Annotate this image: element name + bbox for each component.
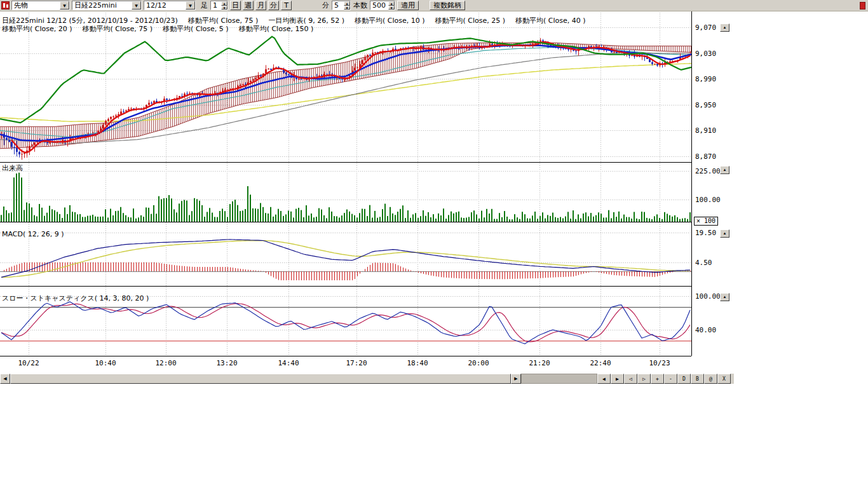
svg-text:8,910: 8,910 [695, 126, 716, 135]
minute-label: 分 [322, 1, 330, 10]
minute-value-input[interactable]: 5 ▲▼ [332, 1, 351, 10]
period-minute-button[interactable]: 分 [268, 1, 279, 10]
svg-text:4.50: 4.50 [695, 259, 712, 267]
svg-text:13:20: 13:20 [216, 359, 237, 367]
period-week-button[interactable]: 週 [243, 1, 254, 10]
bar-count-spinner[interactable]: ▲▼ [388, 1, 395, 10]
macd-scale-up-button[interactable]: ▲ [720, 229, 729, 238]
period-tick-button[interactable]: T [281, 1, 292, 10]
bar-interval-value: 1 [213, 1, 217, 10]
symbol-select[interactable]: 日経225mini ▼ [72, 1, 142, 10]
scroll-left-button[interactable]: ◀ [0, 374, 10, 384]
legend-item: 移動平均( Close, 5 ) [163, 25, 229, 33]
svg-text:12:00: 12:00 [155, 359, 176, 367]
apply-button[interactable]: 適用 [397, 1, 419, 10]
dropdown-arrow-icon[interactable]: ▼ [186, 1, 195, 10]
price-scale-up-button[interactable]: ▲ [720, 24, 729, 32]
stoch-scale-up-button[interactable]: ▲ [720, 293, 729, 301]
scrollbar-track[interactable] [521, 374, 597, 384]
bar-interval-input[interactable]: 1 ▲▼ [210, 1, 228, 10]
contract-month-value: 12/12 [146, 1, 166, 10]
chart-application-window: 先物 ▼ 日経225mini ▼ 12/12 ▼ 足 1 ▲▼ 日 週 月 分 … [0, 0, 868, 488]
minute-spinner[interactable]: ▲▼ [344, 1, 350, 10]
toolbar: 先物 ▼ 日経225mini ▼ 12/12 ▼ 足 1 ▲▼ 日 週 月 分 … [0, 0, 868, 11]
svg-text:10:40: 10:40 [95, 359, 116, 367]
chart-area[interactable]: 9,0709,0308,9908,9508,9108,870225.00100.… [0, 11, 734, 384]
app-chart-icon [1, 1, 10, 10]
chart-tool-button-4[interactable]: + [651, 374, 664, 384]
svg-text:21:20: 21:20 [529, 359, 550, 367]
volume-multiplier-badge: × 100 [694, 217, 718, 226]
period-month-button[interactable]: 月 [255, 1, 266, 10]
chart-scrollbar: ◀ ▶ ◀▶◁▷+-DB@X [0, 374, 734, 384]
legend-item: 移動平均( Close, 75 ) [83, 25, 153, 33]
svg-text:100.00: 100.00 [695, 196, 721, 204]
chart-tool-button-2[interactable]: ◁ [624, 374, 637, 384]
bar-interval-spinner[interactable]: ▲▼ [221, 1, 227, 10]
svg-text:10/23: 10/23 [649, 359, 670, 367]
legend-item: 移動平均( Close, 40 ) [515, 17, 586, 25]
contract-month-select[interactable]: 12/12 ▼ [144, 1, 196, 10]
symbol-value: 日経225mini [74, 1, 117, 10]
svg-text:18:40: 18:40 [407, 359, 428, 367]
bar-count-label: 本数 [353, 1, 368, 10]
svg-text:9,070: 9,070 [695, 24, 716, 32]
chart-tool-button-8[interactable]: @ [704, 374, 717, 384]
svg-text:8,950: 8,950 [695, 101, 716, 109]
svg-text:17:20: 17:20 [346, 359, 367, 367]
svg-text:19.50: 19.50 [695, 229, 716, 237]
bar-count-value: 500 [372, 1, 386, 10]
minute-value: 5 [334, 1, 339, 10]
scrollbar-thumb[interactable] [10, 374, 511, 384]
chart-tool-button-5[interactable]: - [664, 374, 677, 384]
svg-text:22:40: 22:40 [590, 359, 611, 367]
instrument-type-select[interactable]: 先物 ▼ [11, 1, 70, 10]
bar-type-label: 足 [200, 1, 208, 10]
chart-tool-button-9[interactable]: X [717, 374, 731, 384]
chart-tool-button-7[interactable]: B [691, 374, 704, 384]
legend-item: 移動平均( Close, 20 ) [2, 25, 72, 33]
svg-text:40.00: 40.00 [695, 326, 716, 334]
bar-count-input[interactable]: 500 ▲▼ [370, 1, 395, 10]
svg-text:9,030: 9,030 [695, 50, 716, 58]
chart-canvas[interactable]: 9,0709,0308,9908,9508,9108,870225.00100.… [0, 11, 734, 374]
chart-tool-button-0[interactable]: ◀ [597, 374, 611, 384]
scroll-right-button[interactable]: ▶ [511, 374, 521, 384]
multi-symbol-button[interactable]: 複数銘柄 [430, 1, 465, 10]
svg-text:14:40: 14:40 [278, 359, 299, 367]
stoch-pane-label: スロー・ストキャスティクス( 14, 3, 80, 20 ) [2, 294, 149, 303]
svg-text:8,870: 8,870 [695, 152, 716, 161]
period-day-button[interactable]: 日 [230, 1, 241, 10]
stoch-k-line [1, 302, 690, 344]
volume-bars [1, 173, 691, 222]
chart-tool-button-3[interactable]: ▷ [637, 374, 651, 384]
dropdown-arrow-icon[interactable]: ▼ [60, 1, 69, 10]
svg-text:8,990: 8,990 [695, 75, 716, 83]
volume-scale-up-button[interactable]: ▲ [720, 166, 729, 174]
chart-legend-row2: 移動平均( Close, 20 )移動平均( Close, 75 )移動平均( … [2, 24, 323, 34]
legend-item: 移動平均( Close, 25 ) [435, 17, 505, 25]
chart-tool-button-1[interactable]: ▶ [611, 374, 624, 384]
svg-text:225.00: 225.00 [695, 167, 721, 175]
legend-item: 移動平均( Close, 150 ) [239, 25, 314, 33]
svg-text:10/22: 10/22 [18, 359, 39, 367]
stoch-d-line [1, 304, 690, 342]
chart-tool-button-6[interactable]: D [677, 374, 691, 384]
svg-text:20:00: 20:00 [468, 359, 489, 367]
legend-item: 移動平均( Close, 10 ) [355, 17, 425, 25]
svg-text:100.00: 100.00 [695, 292, 721, 301]
volume-pane-label: 出来高 [2, 163, 23, 173]
dropdown-arrow-icon[interactable]: ▼ [132, 1, 141, 10]
macd-pane-label: MACD( 12, 26, 9 ) [2, 230, 64, 238]
chart-tool-buttons: ◀▶◁▷+-DB@X [597, 374, 731, 384]
window-corner-icon[interactable] [860, 2, 865, 10]
instrument-type-value: 先物 [14, 1, 28, 10]
